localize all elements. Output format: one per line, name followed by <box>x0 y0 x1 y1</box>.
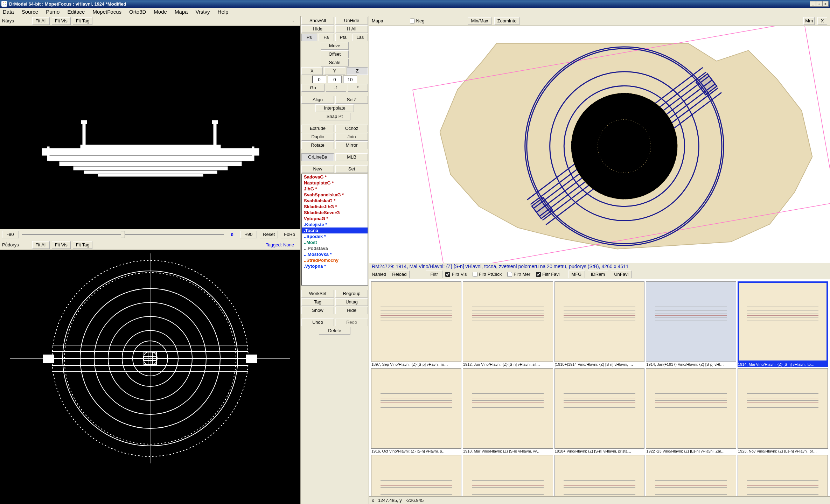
tree-item[interactable]: .Kolejiste * <box>302 222 368 227</box>
rotate-button[interactable]: Rotate <box>301 141 334 149</box>
menu-mapa[interactable]: Mapa <box>175 9 188 15</box>
grlineba-button[interactable]: GrLineBa <box>301 153 334 161</box>
ochoz-button[interactable]: Ochoz <box>335 125 368 132</box>
thumbnail-image[interactable] <box>738 368 828 449</box>
thumbnail-image[interactable] <box>646 455 736 496</box>
hide2-button[interactable]: Hide <box>335 307 368 314</box>
menu-mode[interactable]: Mode <box>154 9 167 15</box>
thumbnail-cell[interactable]: 1916, Oct Vino/Hlavni: {Z} [S-n] vHavni,… <box>371 368 461 454</box>
rotate-reset-button[interactable]: Reset <box>260 231 278 238</box>
filtr-vis-check[interactable]: Filtr Vis <box>445 272 467 277</box>
tree-item[interactable]: ...Mostovka * <box>302 251 368 257</box>
tree-item[interactable]: ..Spodek * <box>302 233 368 239</box>
tree-item[interactable]: ..StredPomocny <box>302 257 368 263</box>
thumbnail-image[interactable] <box>371 455 461 496</box>
tree-item[interactable]: SadovaG * <box>302 174 368 180</box>
offset-button[interactable]: Offset <box>321 50 349 58</box>
idrem-button[interactable]: IDRem <box>588 271 608 278</box>
thumbnail-cell[interactable] <box>463 455 553 496</box>
thumbnail-cell[interactable]: 1922~23 Vino/Hlavni: {Z} [Ls-n] vHlavni,… <box>646 368 736 454</box>
scale-button[interactable]: Scale <box>321 59 349 66</box>
thumbnail-image[interactable] <box>646 281 736 362</box>
tree-item[interactable]: SvahItalskaG * <box>302 198 368 204</box>
filtr-favi-check[interactable]: Filtr Favi <box>536 272 560 277</box>
maximize-button[interactable]: ▫ <box>816 1 822 7</box>
tree-item[interactable]: NastupisteG * <box>302 180 368 186</box>
pudorys-fit-all[interactable]: Fit All <box>32 241 50 249</box>
mm-button[interactable]: Mm <box>803 17 815 25</box>
narys-fit-all[interactable]: Fit All <box>32 17 50 25</box>
thumbnail-image[interactable] <box>738 281 828 362</box>
neg-checkbox[interactable]: Neg <box>410 18 425 23</box>
new-button[interactable]: New <box>301 165 334 173</box>
thumbnail-cell[interactable]: 1912, Jun Vino/Hlavni: {Z} [S-n] vHlavni… <box>463 281 553 367</box>
snap-pt-button[interactable]: Snap Pt <box>319 113 350 120</box>
star-button[interactable]: * <box>348 84 368 92</box>
thumbnail-cell[interactable]: (1910+)1914 Vino/Hlavni: {Z} [S-n] vHlav… <box>555 281 645 367</box>
untag-button[interactable]: Untag <box>335 298 368 306</box>
undo-button[interactable]: Undo <box>301 318 334 326</box>
menu-vrstvy[interactable]: Vrstvy <box>195 9 210 15</box>
y-input[interactable] <box>328 76 342 83</box>
ps-button[interactable]: Ps <box>301 34 317 41</box>
narys-fit-vis[interactable]: Fit Vis <box>52 17 71 25</box>
thumbnail-cell[interactable]: 1918, Mar Vino/Hlavni: {Z} [S-n] vHlavni… <box>463 368 553 454</box>
group-tree[interactable]: SadovaG *NastupisteG *JihG *SvahSpanelsk… <box>301 174 368 286</box>
rotate-minus90-button[interactable]: -90 <box>2 231 19 238</box>
go-button[interactable]: Go <box>301 84 325 92</box>
thumbnail-image[interactable] <box>463 455 553 496</box>
extrude-button[interactable]: Extrude <box>301 125 334 132</box>
redo-button[interactable]: Redo <box>335 318 368 326</box>
thumbnail-image[interactable] <box>646 368 736 449</box>
narys-viewport[interactable] <box>0 26 300 229</box>
menu-mopetfocus[interactable]: MopetFocus <box>92 9 121 15</box>
x-button[interactable]: X <box>817 17 827 25</box>
map-canvas[interactable] <box>369 26 830 263</box>
thumbnail-image[interactable] <box>371 368 461 449</box>
axis-z-button[interactable]: Z <box>347 67 368 75</box>
filtr-ptclick-check[interactable]: Filtr PtClick <box>473 272 502 277</box>
thumbnail-image[interactable] <box>555 455 645 496</box>
thumbnail-image[interactable] <box>463 368 553 449</box>
thumbnail-image[interactable] <box>371 281 461 362</box>
interpolate-button[interactable]: Interpolate <box>315 104 354 112</box>
move-button[interactable]: Move <box>321 42 349 50</box>
thumbnail-cell[interactable]: 1914, Jan(+1917) Vino/Hlavni: {Z} [S-p] … <box>646 281 736 367</box>
z-input[interactable] <box>343 76 357 83</box>
axis-x-button[interactable]: X <box>301 67 323 75</box>
filtr-mer-check[interactable]: Filtr Mer <box>507 272 530 277</box>
menu-source[interactable]: Source <box>22 9 39 15</box>
mirror-button[interactable]: Mirror <box>335 141 368 149</box>
las-button[interactable]: Las <box>353 34 368 41</box>
zoominto-button[interactable]: ZoomInto <box>494 17 520 25</box>
close-button[interactable]: × <box>822 1 829 7</box>
pfa-button[interactable]: Pfa <box>335 34 351 41</box>
showall-button[interactable]: ShowAll <box>301 17 334 24</box>
thumbnail-image[interactable] <box>555 281 645 362</box>
pudorys-fit-vis[interactable]: Fit Vis <box>52 241 71 249</box>
tag-button[interactable]: Tag <box>301 298 334 306</box>
workset-button[interactable]: WorkSet <box>301 290 334 298</box>
mfg-button[interactable]: MFG <box>568 271 585 278</box>
menu-orto3d[interactable]: Orto3D <box>129 9 146 15</box>
foro-button[interactable]: FoRo <box>281 231 298 238</box>
hide-button[interactable]: Hide <box>301 25 334 33</box>
duplic-button[interactable]: Duplic <box>301 133 334 141</box>
pudorys-viewport[interactable] <box>0 250 300 504</box>
rotate-plus90-button[interactable]: +90 <box>240 231 257 238</box>
thumbnail-cell[interactable]: 1914, Mai Vino/Hlavni: {Z} [S-n] vHlavni… <box>738 281 828 367</box>
menu-pumo[interactable]: Pumo <box>46 9 60 15</box>
thumbnail-cell[interactable] <box>646 455 736 496</box>
thumbnail-image[interactable] <box>738 455 828 496</box>
axis-y-button[interactable]: Y <box>324 67 346 75</box>
pudorys-fit-tag[interactable]: Fit Tag <box>73 241 93 249</box>
minimize-button[interactable]: _ <box>810 1 816 7</box>
menu-editace[interactable]: Editace <box>67 9 85 15</box>
x-input[interactable] <box>312 76 326 83</box>
neg1-button[interactable]: -1 <box>326 84 346 92</box>
join-button[interactable]: Join <box>335 133 368 141</box>
tree-item[interactable]: .Tocna <box>302 227 368 233</box>
thumbnail-cell[interactable] <box>371 455 461 496</box>
hall-button[interactable]: H All <box>335 25 368 33</box>
thumbnail-area[interactable]: 1897, Sep Vino/Hlavni: {Z} [S-p] vHavni,… <box>369 279 830 496</box>
